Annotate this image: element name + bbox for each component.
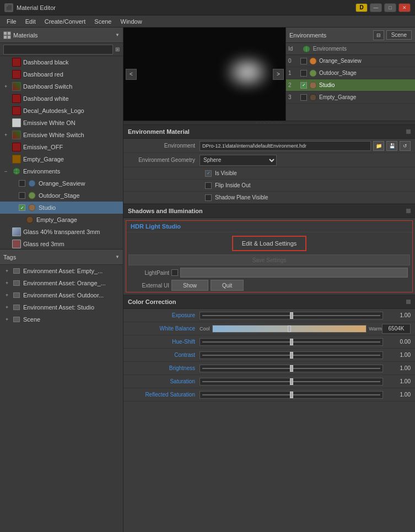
mat-icon-studio: [28, 203, 36, 212]
save-settings-button[interactable]: Save Settings: [128, 254, 410, 265]
shadow-plane-checkbox[interactable]: [205, 194, 212, 201]
brightness-label: Brightness: [128, 365, 200, 371]
lightpaint-label: LightPaint: [131, 270, 169, 276]
flip-inside-checkbox[interactable]: [205, 182, 212, 189]
expand-minus-icon: –: [4, 169, 11, 174]
tree-item-empty-garage[interactable]: Empty_Garage: [0, 153, 123, 165]
quit-button[interactable]: Quit: [211, 280, 244, 291]
tags-dropdown-icon[interactable]: ▼: [115, 254, 120, 259]
is-visible-checkbox[interactable]: [205, 170, 212, 177]
menu-scene[interactable]: Scene: [90, 15, 116, 28]
env-row-0[interactable]: 0 Orange_Seaview: [286, 55, 415, 67]
tree-item-empty-garage-sub[interactable]: Empty_Garage: [0, 214, 123, 226]
menu-window[interactable]: Window: [116, 15, 147, 28]
env-row-2[interactable]: 2 ✓ Studio: [286, 79, 415, 91]
tree-item-dashboard-white[interactable]: Dashboard white: [0, 93, 123, 105]
env-check-3: [300, 94, 307, 101]
label-decal: Decal_Autodesk_Logo: [23, 107, 84, 114]
tag-item-empty[interactable]: + Environment Asset: Empty_...: [0, 265, 123, 277]
tree-item-glass-40[interactable]: Glass 40% transparent 3mm: [0, 226, 123, 238]
saturation-row: Saturation 1.00: [123, 375, 415, 388]
tree-item-emissive-off[interactable]: Emissive_OFF: [0, 141, 123, 153]
label-emissive-on: Emissive White ON: [23, 120, 76, 126]
mat-icon-emissive-on: [12, 118, 21, 127]
contrast-slider[interactable]: [200, 351, 383, 359]
exposure-value: 1.00: [383, 312, 411, 318]
env-file-browse-btn[interactable]: 📁: [373, 141, 384, 151]
show-button[interactable]: Show: [171, 280, 208, 291]
tree-item-glass-red[interactable]: Glass red 3mm: [0, 238, 123, 249]
external-ui-label: External UI: [131, 283, 169, 289]
close-button[interactable]: ✕: [398, 3, 411, 12]
menu-file[interactable]: File: [2, 15, 21, 28]
tree-item-dashboard-red[interactable]: Dashboard red: [0, 68, 123, 80]
env-name-1: Outdoor_Stage: [319, 70, 357, 76]
tree-item-orange-seaview[interactable]: Orange_Seaview: [0, 177, 123, 189]
shadows-collapse-icon[interactable]: [406, 209, 411, 213]
shadows-title: Shadows and Illumination: [128, 208, 203, 214]
tag-item-scene[interactable]: + Scene: [0, 313, 123, 325]
maximize-button[interactable]: □: [384, 3, 396, 12]
materials-dropdown-icon[interactable]: ▼: [115, 32, 120, 37]
edit-load-settings-button[interactable]: Edit & Load Settings: [232, 236, 307, 251]
scene-button[interactable]: Scene: [386, 30, 412, 40]
env-icon-btn[interactable]: ⊟: [373, 30, 384, 40]
tree-item-emissive-switch[interactable]: + Emissive White Switch: [0, 129, 123, 141]
tree-item-environments[interactable]: – Environments: [0, 165, 123, 177]
lightpaint-checkbox[interactable]: [171, 269, 178, 276]
color-correction-collapse-icon[interactable]: [406, 300, 411, 304]
prev-btn[interactable]: <: [126, 69, 137, 80]
search-input[interactable]: [3, 45, 113, 55]
svg-point-13: [310, 58, 316, 64]
minimize-button[interactable]: —: [370, 3, 382, 12]
env-file-save-btn[interactable]: 💾: [386, 141, 397, 151]
mat-icon-emissive-switch: [12, 131, 21, 139]
col-name-header: Environments: [303, 45, 413, 53]
exposure-slider[interactable]: [200, 312, 383, 319]
env-row-1[interactable]: 1 Outdoor_Stage: [286, 67, 415, 79]
label-empty-garage-sub: Empty_Garage: [36, 216, 77, 223]
tag-icon-orange: [13, 280, 20, 286]
label-empty-garage: Empty_Garage: [23, 156, 64, 162]
flip-inside-row: Flip Inside Out: [123, 180, 415, 192]
saturation-value: 1.00: [383, 378, 411, 384]
env-row-3[interactable]: 3 Empty_Garage: [286, 91, 415, 104]
hue-shift-slider[interactable]: [200, 338, 383, 346]
env-file-reload-btn[interactable]: ↺: [400, 141, 411, 151]
mat-icon-outdoor-stage: [28, 191, 36, 200]
label-orange-seaview: Orange_Seaview: [39, 180, 85, 187]
svg-point-10: [26, 216, 33, 223]
tree-item-dashboard-black[interactable]: Dashboard black: [0, 56, 123, 68]
menu-edit[interactable]: Edit: [21, 15, 40, 28]
lightpaint-input[interactable]: StartLighting...: [180, 268, 408, 278]
env-geom-select[interactable]: Sphere Cube Cylinder: [200, 155, 277, 166]
next-btn[interactable]: >: [273, 69, 284, 80]
d-button[interactable]: D: [355, 3, 368, 12]
tree-item-dashboard-switch[interactable]: + Dashboard Switch: [0, 80, 123, 93]
env-material-section-header: Environment Material: [123, 124, 415, 139]
tree-item-emissive-on[interactable]: Emissive White ON: [0, 117, 123, 129]
section-collapse-icon[interactable]: [406, 129, 411, 134]
env-file-input[interactable]: [200, 141, 371, 151]
flip-inside-label: Flip Inside Out: [215, 182, 250, 188]
saturation-slider[interactable]: [200, 378, 383, 386]
hdr-section-title: HDR Light Studio: [131, 223, 181, 230]
menu-create-convert[interactable]: Create/Convert: [40, 15, 90, 28]
reflected-sat-slider[interactable]: [200, 391, 383, 399]
white-balance-slider[interactable]: [212, 325, 367, 333]
white-balance-value[interactable]: [382, 324, 411, 334]
tag-expand-icon3: +: [6, 292, 12, 298]
tree-item-outdoor-stage[interactable]: Outdoor_Stage: [0, 189, 123, 202]
tree-item-decal[interactable]: Decal_Autodesk_Logo: [0, 105, 123, 117]
tree-item-studio[interactable]: ✓ Studio: [0, 202, 123, 214]
brightness-slider[interactable]: [200, 365, 383, 372]
tag-item-orange[interactable]: + Environment Asset: Orange_...: [0, 277, 123, 289]
mat-icon-environments: [12, 167, 21, 176]
external-ui-row: External UI Show Quit: [126, 279, 412, 292]
tag-item-outdoor[interactable]: + Environment Asset: Outdoor...: [0, 289, 123, 301]
reflected-sat-value: 1.00: [383, 392, 411, 398]
tag-item-studio[interactable]: + Environment Asset: Studio: [0, 301, 123, 313]
filter-icon[interactable]: ⊞: [115, 46, 120, 52]
saturation-label: Saturation: [128, 378, 200, 384]
tag-icon-outdoor: [13, 292, 20, 298]
